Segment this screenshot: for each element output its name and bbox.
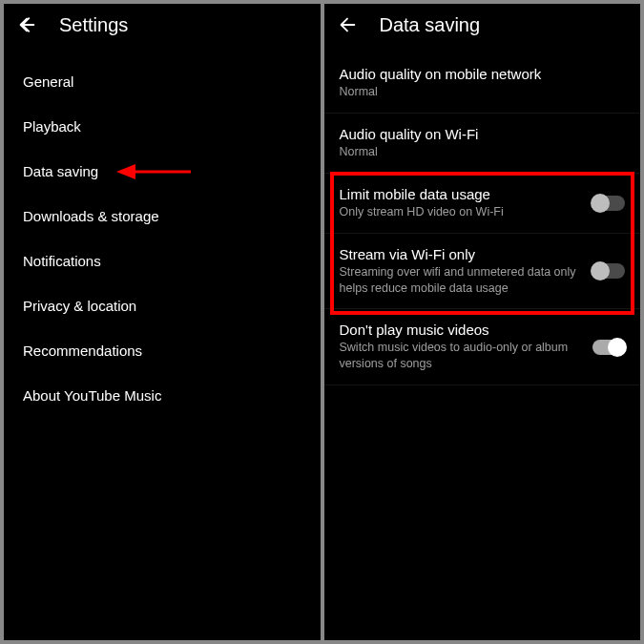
setting-audio-quality-mobile[interactable]: Audio quality on mobile network Normal — [324, 53, 641, 114]
setting-text: Audio quality on Wi-Fi Normal — [340, 126, 626, 160]
menu-item-about[interactable]: About YouTube Music — [4, 373, 321, 418]
toggle-limit-mobile-data[interactable] — [592, 196, 625, 211]
svg-marker-2 — [116, 164, 135, 179]
data-saving-panel: Data saving Audio quality on mobile netw… — [324, 4, 641, 640]
setting-title: Stream via Wi-Fi only — [340, 246, 584, 262]
toggle-dont-play-videos[interactable] — [592, 340, 625, 355]
menu-item-recommendations[interactable]: Recommendations — [4, 328, 321, 373]
settings-menu: General Playback Data saving Downloads &… — [4, 50, 321, 427]
setting-stream-wifi-only[interactable]: Stream via Wi-Fi only Streaming over wif… — [324, 234, 641, 310]
settings-header: Settings — [4, 4, 321, 50]
back-arrow-icon[interactable] — [15, 13, 38, 36]
setting-title: Limit mobile data usage — [340, 186, 584, 202]
setting-subtitle: Streaming over wifi and unmetered data o… — [340, 264, 584, 297]
setting-subtitle: Only stream HD video on Wi-Fi — [340, 204, 584, 220]
menu-item-playback[interactable]: Playback — [4, 104, 321, 149]
setting-audio-quality-wifi[interactable]: Audio quality on Wi-Fi Normal — [324, 114, 641, 174]
data-saving-header: Data saving — [324, 4, 641, 50]
setting-subtitle: Normal — [340, 144, 626, 160]
back-arrow-icon[interactable] — [336, 13, 359, 36]
setting-limit-mobile-data[interactable]: Limit mobile data usage Only stream HD v… — [324, 174, 641, 234]
toggle-stream-wifi-only[interactable] — [592, 263, 625, 279]
menu-item-privacy[interactable]: Privacy & location — [4, 283, 321, 328]
setting-dont-play-videos[interactable]: Don't play music videos Switch music vid… — [324, 309, 641, 385]
setting-text: Stream via Wi-Fi only Streaming over wif… — [340, 246, 584, 297]
setting-subtitle: Normal — [340, 84, 626, 100]
data-saving-list: Audio quality on mobile network Normal A… — [324, 50, 641, 385]
setting-title: Don't play music videos — [340, 322, 584, 338]
menu-item-notifications[interactable]: Notifications — [4, 239, 321, 283]
page-title: Settings — [59, 14, 128, 36]
menu-item-label: Data saving — [23, 163, 98, 179]
setting-subtitle: Switch music videos to audio-only or alb… — [340, 340, 584, 372]
setting-title: Audio quality on Wi-Fi — [340, 126, 626, 142]
annotation-arrow-icon — [116, 161, 191, 182]
menu-item-downloads[interactable]: Downloads & storage — [4, 194, 321, 239]
menu-item-general[interactable]: General — [4, 59, 321, 104]
menu-item-data-saving[interactable]: Data saving — [4, 149, 321, 194]
setting-text: Limit mobile data usage Only stream HD v… — [340, 186, 584, 220]
setting-title: Audio quality on mobile network — [340, 66, 626, 82]
setting-text: Audio quality on mobile network Normal — [340, 66, 626, 100]
settings-panel: Settings General Playback Data saving Do… — [4, 4, 321, 640]
page-title: Data saving — [380, 14, 481, 36]
setting-text: Don't play music videos Switch music vid… — [340, 322, 584, 372]
